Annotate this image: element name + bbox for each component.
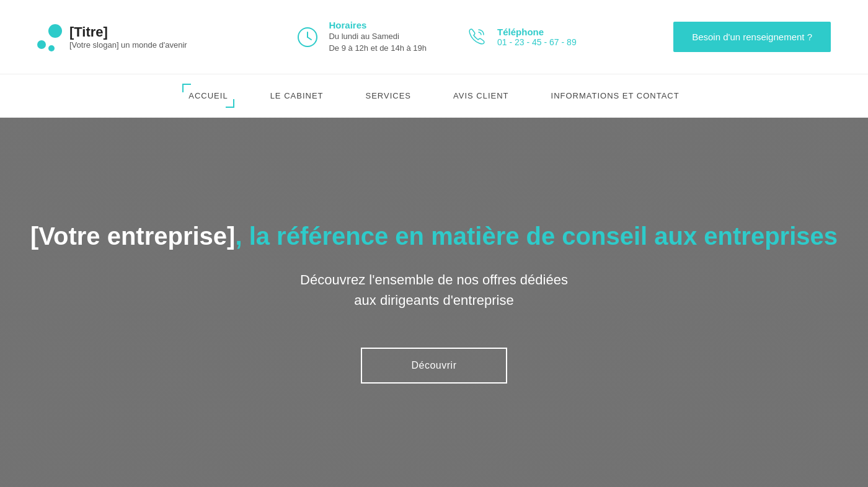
horaires-line1: Du lundi au Samedi bbox=[329, 30, 427, 43]
nav-item-avis[interactable]: AVIS CLIENT bbox=[451, 86, 512, 105]
header-info: Horaires Du lundi au Samedi De 9 à 12h e… bbox=[198, 20, 673, 55]
navigation: ACCUEIL LE CABINET SERVICES AVIS CLIENT … bbox=[0, 74, 868, 118]
telephone-number: 01 - 23 - 45 - 67 - 89 bbox=[497, 37, 577, 47]
horaires-line2: De 9 à 12h et de 14h à 19h bbox=[329, 42, 427, 55]
hero-content: [Votre entreprise], la référence en mati… bbox=[30, 221, 838, 384]
logo-title: [Titre] bbox=[69, 24, 187, 40]
nav-item-cabinet[interactable]: LE CABINET bbox=[268, 86, 326, 105]
logo-icon bbox=[37, 22, 62, 53]
svg-line-2 bbox=[308, 37, 311, 40]
hero-title: [Votre entreprise], la référence en mati… bbox=[30, 221, 838, 251]
logo-dot-big bbox=[48, 24, 62, 38]
header: [Titre] [Votre slogan] un monde d'avenir… bbox=[0, 0, 868, 74]
hero-title-white: [Votre entreprise] bbox=[30, 222, 235, 250]
telephone-block: Téléphone 01 - 23 - 45 - 67 - 89 bbox=[464, 25, 577, 50]
logo-slogan: [Votre slogan] un monde d'avenir bbox=[69, 40, 187, 50]
logo-area: [Titre] [Votre slogan] un monde d'avenir bbox=[37, 22, 198, 53]
nav-item-accueil[interactable]: ACCUEIL bbox=[186, 86, 230, 105]
hero-section: [Votre entreprise], la référence en mati… bbox=[0, 118, 868, 487]
hero-subtitle: Découvrez l'ensemble de nos offres dédié… bbox=[30, 270, 838, 310]
telephone-content: Téléphone 01 - 23 - 45 - 67 - 89 bbox=[497, 27, 577, 47]
logo-dot-small-left bbox=[37, 40, 46, 49]
phone-icon bbox=[464, 25, 489, 50]
hero-subtitle-line2: aux dirigeants d'entreprise bbox=[354, 292, 513, 308]
discover-button[interactable]: Découvrir bbox=[361, 348, 508, 384]
logo-dot-small-bottom bbox=[48, 45, 55, 51]
hero-title-teal: , la référence en matière de conseil aux… bbox=[235, 222, 838, 250]
nav-item-services[interactable]: SERVICES bbox=[363, 86, 414, 105]
logo-text: [Titre] [Votre slogan] un monde d'avenir bbox=[69, 24, 187, 50]
telephone-label: Téléphone bbox=[497, 27, 577, 37]
clock-icon bbox=[295, 25, 320, 50]
nav-item-info[interactable]: INFORMATIONS ET CONTACT bbox=[549, 86, 682, 105]
hero-subtitle-line1: Découvrez l'ensemble de nos offres dédié… bbox=[300, 272, 568, 287]
horaires-label: Horaires bbox=[329, 20, 427, 30]
contact-button[interactable]: Besoin d'un renseignement ? bbox=[673, 22, 831, 52]
horaires-content: Horaires Du lundi au Samedi De 9 à 12h e… bbox=[329, 20, 427, 55]
horaires-block: Horaires Du lundi au Samedi De 9 à 12h e… bbox=[295, 20, 427, 55]
